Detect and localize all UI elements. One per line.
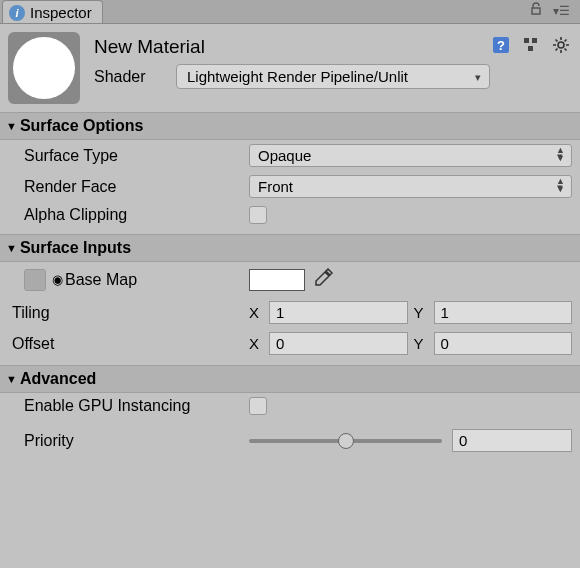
- svg-rect-2: [524, 38, 529, 43]
- axis-y-label: Y: [414, 335, 428, 352]
- material-header: New Material Shader Lightweight Render P…: [0, 24, 580, 112]
- render-face-dropdown[interactable]: Front ▲▼: [249, 175, 572, 198]
- render-face-label: Render Face: [24, 178, 249, 196]
- section-title: Surface Options: [20, 117, 144, 135]
- offset-y-field[interactable]: 0: [434, 332, 573, 355]
- help-icon[interactable]: ?: [490, 34, 512, 56]
- axis-y-label: Y: [414, 304, 428, 321]
- base-map-label: Base Map: [65, 271, 137, 289]
- offset-x-field[interactable]: 0: [269, 332, 408, 355]
- info-icon: i: [9, 5, 25, 21]
- eyedropper-icon[interactable]: [313, 266, 335, 293]
- base-map-color-swatch[interactable]: [249, 269, 305, 291]
- shader-dropdown[interactable]: Lightweight Render Pipeline/Unlit: [176, 64, 490, 89]
- foldout-icon: ▼: [6, 120, 17, 132]
- preset-icon[interactable]: [520, 34, 542, 56]
- gear-icon[interactable]: [550, 34, 572, 56]
- svg-rect-3: [532, 38, 537, 43]
- gpu-instancing-checkbox[interactable]: [249, 397, 267, 415]
- foldout-icon: ▼: [6, 242, 17, 254]
- tiling-y-field[interactable]: 1: [434, 301, 573, 324]
- priority-slider[interactable]: [249, 431, 442, 451]
- priority-field[interactable]: 0: [452, 429, 572, 452]
- priority-label: Priority: [24, 432, 249, 450]
- shader-value: Lightweight Render Pipeline/Unlit: [187, 68, 408, 85]
- render-face-value: Front: [258, 178, 293, 195]
- axis-x-label: X: [249, 304, 263, 321]
- surface-options-header[interactable]: ▼ Surface Options: [0, 112, 580, 140]
- target-icon: ◉: [52, 272, 63, 287]
- section-title: Advanced: [20, 370, 96, 388]
- alpha-clipping-label: Alpha Clipping: [24, 206, 249, 224]
- surface-type-value: Opaque: [258, 147, 311, 164]
- surface-type-dropdown[interactable]: Opaque ▲▼: [249, 144, 572, 167]
- material-preview[interactable]: [8, 32, 80, 104]
- advanced-header[interactable]: ▼ Advanced: [0, 365, 580, 393]
- tab-bar: i Inspector ▾☰: [0, 0, 580, 24]
- axis-x-label: X: [249, 335, 263, 352]
- slider-thumb[interactable]: [338, 433, 354, 449]
- context-menu-icon[interactable]: ▾☰: [553, 4, 570, 18]
- gpu-instancing-label: Enable GPU Instancing: [24, 397, 249, 415]
- shader-label: Shader: [90, 68, 168, 86]
- lock-icon[interactable]: [529, 2, 543, 19]
- surface-type-label: Surface Type: [24, 147, 249, 165]
- offset-label: Offset: [12, 335, 249, 353]
- tiling-label: Tiling: [12, 304, 249, 322]
- base-map-texture-slot[interactable]: [24, 269, 46, 291]
- section-title: Surface Inputs: [20, 239, 131, 257]
- tiling-x-field[interactable]: 1: [269, 301, 408, 324]
- surface-inputs-header[interactable]: ▼ Surface Inputs: [0, 234, 580, 262]
- material-name: New Material: [90, 32, 490, 64]
- svg-text:?: ?: [497, 38, 505, 53]
- tab-title: Inspector: [30, 4, 92, 21]
- svg-point-5: [558, 42, 564, 48]
- alpha-clipping-checkbox[interactable]: [249, 206, 267, 224]
- foldout-icon: ▼: [6, 373, 17, 385]
- svg-rect-4: [528, 46, 533, 51]
- preview-sphere: [13, 37, 75, 99]
- inspector-tab[interactable]: i Inspector: [2, 0, 103, 23]
